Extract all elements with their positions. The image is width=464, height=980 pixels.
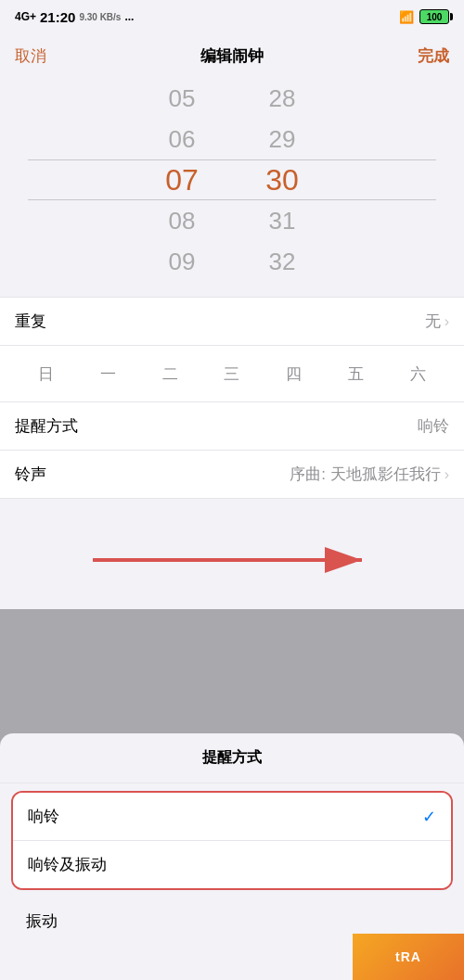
ringtone-value: 序曲: 天地孤影任我行 › [290,464,449,485]
reminder-method-row[interactable]: 提醒方式 响铃 [0,402,464,451]
hour-item-08: 08 [135,200,228,241]
nav-bar: 取消 编辑闹钟 完成 [0,33,464,78]
status-right: 📶 100 [399,9,449,24]
hour-item-07: 07 [135,159,228,200]
ringtone-chevron-icon: › [445,466,449,483]
repeat-chevron-icon: › [445,313,449,330]
day-wednesday[interactable]: 三 [215,357,249,390]
battery-indicator: 100 [419,9,449,24]
red-arrow-svg [0,540,464,580]
day-tuesday[interactable]: 二 [153,357,187,390]
minute-item-30: 30 [236,159,329,200]
settings-section: 重复 无 › 日 一 二 三 四 五 六 提醒方式 响铃 铃声 序曲: 天地孤影… [0,297,464,499]
reminder-method-value: 响铃 [418,415,449,437]
popup-header: 提醒方式 [0,733,464,783]
hour-item-09: 09 [135,241,228,282]
day-saturday[interactable]: 六 [401,357,434,390]
arrow-annotation-container [0,540,464,584]
day-monday[interactable]: 一 [91,357,124,390]
minute-item-32: 32 [236,241,329,282]
popup-option-ring-vibrate-label: 响铃及振动 [28,854,107,875]
hour-item-06: 06 [135,119,228,159]
spacer-1 [0,282,464,297]
minute-item-28: 28 [236,78,329,119]
reminder-method-label: 提醒方式 [15,415,78,437]
popup-title: 提醒方式 [202,749,262,765]
popup-option-ring[interactable]: 响铃 ✓ [13,793,451,841]
network-speed: 9.30 KB/s [79,12,121,22]
popup-option-ring-vibrate[interactable]: 响铃及振动 [13,841,451,888]
time-picker[interactable]: 05 06 07 08 09 28 29 30 31 32 [0,78,464,282]
watermark-area: tRA [353,934,464,980]
checkmark-icon: ✓ [422,807,436,827]
page-title: 编辑闹钟 [200,45,264,67]
repeat-label: 重复 [15,311,46,332]
popup-option-vibrate-label: 振动 [26,910,58,932]
ringtone-label: 铃声 [15,464,46,485]
ringtone-value-text: 序曲: 天地孤影任我行 [290,464,440,485]
minute-item-31: 31 [236,200,329,241]
day-sunday[interactable]: 日 [29,357,62,390]
hour-item-05: 05 [135,78,228,119]
status-bar: 4G+ 21:20 9.30 KB/s ... 📶 100 [0,0,464,33]
status-left: 4G+ 21:20 9.30 KB/s ... [15,9,134,25]
cancel-button[interactable]: 取消 [15,45,46,67]
watermark-text: tRA [395,949,421,964]
popup-option-ring-label: 响铃 [28,806,59,827]
dots-indicator: ... [124,10,134,23]
popup-options-list: 响铃 ✓ 响铃及振动 [11,791,453,890]
ringtone-row[interactable]: 铃声 序曲: 天地孤影任我行 › [0,451,464,498]
minute-picker-column[interactable]: 28 29 30 31 32 [236,78,329,282]
wifi-icon: 📶 [399,10,414,24]
repeat-value-text: 无 [425,311,441,332]
days-row: 日 一 二 三 四 五 六 [0,346,464,402]
repeat-row[interactable]: 重复 无 › [0,298,464,346]
reminder-method-text: 响铃 [418,415,449,437]
day-friday[interactable]: 五 [340,357,373,390]
day-thursday[interactable]: 四 [277,357,311,390]
time-display: 21:20 [40,9,75,25]
done-button[interactable]: 完成 [418,45,449,67]
repeat-value: 无 › [425,311,449,332]
battery-level: 100 [427,12,443,22]
time-separator [228,178,236,182]
popup-overlay: 提醒方式 响铃 ✓ 响铃及振动 振动 [0,609,464,980]
minute-item-29: 29 [236,119,329,159]
hour-picker-column[interactable]: 05 06 07 08 09 [135,78,228,282]
signal-text: 4G+ [15,10,36,23]
